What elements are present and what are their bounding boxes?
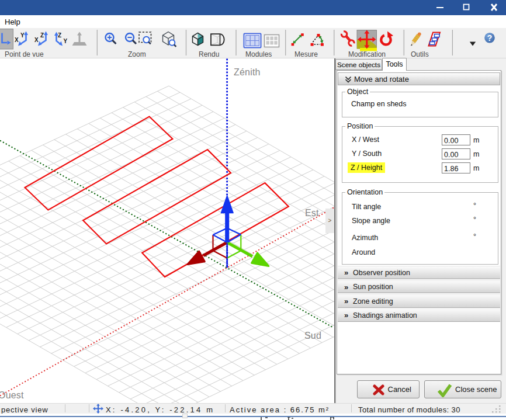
svg-text:X: X [15,37,19,43]
svg-text:Zénith: Zénith [234,67,261,77]
svg-text:Y: Y [64,38,68,44]
svg-text:?: ? [487,33,493,43]
svg-text:Z: Z [58,32,61,39]
svg-text:Est: Est [305,207,319,217]
svg-text:Ouest: Ouest [0,390,24,400]
svg-text:Z: Z [40,32,44,39]
svg-text:Sud: Sud [304,331,321,341]
svg-text:X: X [34,37,39,43]
svg-text:Y: Y [20,32,25,39]
